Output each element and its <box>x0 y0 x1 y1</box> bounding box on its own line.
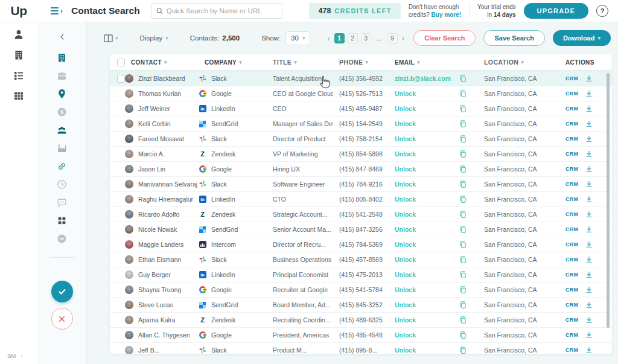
contact-name[interactable]: Allan C. Thygesen <box>138 331 190 339</box>
location-pin-filter-icon[interactable] <box>57 89 67 99</box>
contact-name[interactable]: Ethan Eismann <box>138 256 181 263</box>
page-button[interactable]: 2 <box>348 33 358 43</box>
table-row[interactable]: Jason LinGoogleHiring UX(415) 847-8469Un… <box>110 162 612 177</box>
table-row[interactable]: Jeff B...SlackProduct M...(415) 895-8...… <box>110 343 612 354</box>
column-header-title[interactable]: TITLE▾ <box>267 59 333 66</box>
copy-icon[interactable] <box>459 255 467 264</box>
copy-icon[interactable] <box>459 165 467 173</box>
person-icon[interactable] <box>13 29 24 40</box>
download-icon[interactable] <box>585 165 593 173</box>
download-icon[interactable] <box>585 331 593 339</box>
company-filter-icon[interactable] <box>57 53 67 63</box>
row-checkbox[interactable] <box>110 267 125 282</box>
quick-search-box[interactable] <box>151 3 282 19</box>
copy-icon[interactable] <box>459 150 467 158</box>
company-name[interactable]: Google <box>211 286 232 293</box>
vertical-scrollbar[interactable] <box>607 73 610 328</box>
crm-button[interactable]: CRM <box>565 121 578 127</box>
contact-email-link[interactable]: zinzi.b@slack.com <box>395 75 451 82</box>
crm-button[interactable]: CRM <box>565 75 578 81</box>
table-row[interactable]: Thomas KurianGoogleCEO at Google Cloud(4… <box>110 86 612 101</box>
row-checkbox[interactable] <box>110 207 125 222</box>
table-row[interactable]: Maggie LandersIntercomDirector of Recru.… <box>110 237 612 252</box>
contact-name[interactable]: Guy Berger <box>138 271 171 278</box>
upgrade-button[interactable]: UPGRADE <box>524 3 588 19</box>
revenue-filter-icon[interactable]: $ <box>57 107 67 117</box>
row-checkbox[interactable] <box>110 283 125 297</box>
crm-button[interactable]: CRM <box>565 241 578 247</box>
contact-name[interactable]: Fareed Mosavat <box>138 135 184 142</box>
sidebar-menu-toggle[interactable]: › <box>51 7 63 15</box>
contact-name[interactable]: Manivannan Selvaraj <box>138 180 197 188</box>
table-row[interactable]: Ricardo AdolfoZZendeskStrategic Account.… <box>110 207 612 222</box>
clear-filters-button[interactable] <box>51 308 73 330</box>
download-icon[interactable] <box>585 316 593 324</box>
unlock-email-button[interactable]: Unlock <box>395 180 416 188</box>
help-icon[interactable]: ? <box>596 5 608 17</box>
copy-icon[interactable] <box>459 316 467 324</box>
company-name[interactable]: Slack <box>211 75 227 82</box>
contact-name[interactable]: Ricardo Adolfo <box>138 211 179 218</box>
unlock-email-button[interactable]: Unlock <box>395 331 416 339</box>
crm-button[interactable]: CRM <box>565 272 578 278</box>
table-row[interactable]: Zinzi BlackbeardSlackTalent Acquisition(… <box>110 71 612 86</box>
contact-name[interactable]: Aparna Kalra <box>138 316 175 324</box>
unlock-email-button[interactable]: Unlock <box>395 135 416 142</box>
link-filter-icon[interactable] <box>57 161 67 171</box>
company-name[interactable]: LinkedIn <box>211 196 235 203</box>
copy-icon[interactable] <box>459 301 467 309</box>
crm-button[interactable]: CRM <box>565 211 578 217</box>
contact-name[interactable]: Raghu Hiremagalur <box>138 196 193 203</box>
crm-button[interactable]: CRM <box>565 166 578 172</box>
unlock-email-button[interactable]: Unlock <box>395 256 416 263</box>
company-name[interactable]: SendGrid <box>211 120 238 127</box>
unlock-email-button[interactable]: Unlock <box>395 105 416 112</box>
apps-filter-icon[interactable] <box>57 216 67 226</box>
unlock-email-button[interactable]: Unlock <box>395 241 416 248</box>
company-name[interactable]: Zendesk <box>211 316 235 324</box>
table-row[interactable]: Fareed MosavatSlackDirector of Product(4… <box>110 132 612 147</box>
copy-icon[interactable] <box>459 331 467 339</box>
crm-button[interactable]: CRM <box>565 302 578 308</box>
table-row[interactable]: Guy BergerinLinkedInPrincipal Economist(… <box>110 267 612 283</box>
company-name[interactable]: LinkedIn <box>211 105 235 112</box>
copy-icon[interactable] <box>459 225 467 234</box>
copy-icon[interactable] <box>459 74 467 83</box>
crm-button[interactable]: CRM <box>565 91 578 97</box>
download-icon[interactable] <box>585 226 593 233</box>
contact-name[interactable]: Thomas Kurian <box>138 90 181 97</box>
list-view-icon[interactable] <box>13 70 24 81</box>
row-checkbox[interactable] <box>110 117 125 131</box>
download-icon[interactable] <box>585 105 593 112</box>
crm-button[interactable]: CRM <box>565 332 578 338</box>
unlock-email-button[interactable]: Unlock <box>395 346 416 354</box>
row-checkbox[interactable] <box>110 101 125 116</box>
row-checkbox[interactable] <box>110 177 125 191</box>
collapse-rail-button[interactable] <box>58 33 66 42</box>
contact-name[interactable]: Steve Lucas <box>138 301 173 308</box>
row-checkbox[interactable] <box>110 147 125 161</box>
download-icon[interactable] <box>585 135 593 142</box>
crm-button[interactable]: CRM <box>565 151 578 157</box>
company-name[interactable]: LinkedIn <box>211 271 235 278</box>
table-row[interactable]: Raghu HiremagalurinLinkedInCTO(415) 805-… <box>110 192 612 207</box>
copy-icon[interactable] <box>459 195 467 203</box>
unlock-email-button[interactable]: Unlock <box>395 120 416 127</box>
row-checkbox[interactable] <box>110 343 125 354</box>
company-name[interactable]: Slack <box>211 256 227 263</box>
copy-icon[interactable] <box>459 210 467 219</box>
copy-icon[interactable] <box>459 89 467 98</box>
contact-name[interactable]: Marcio A. <box>138 150 165 158</box>
copy-icon[interactable] <box>459 286 467 294</box>
download-icon[interactable] <box>585 75 593 82</box>
row-checkbox[interactable] <box>110 313 125 327</box>
crm-button[interactable]: CRM <box>565 287 578 293</box>
buy-more-link[interactable]: Buy more! <box>432 11 461 18</box>
column-header-email[interactable]: EMAIL▾ <box>389 59 478 66</box>
contact-name[interactable]: Kelli Corbin <box>138 120 171 127</box>
page-button[interactable]: 3 <box>361 33 371 43</box>
unlock-email-button[interactable]: Unlock <box>395 301 416 308</box>
unlock-email-button[interactable]: Unlock <box>395 286 416 293</box>
time-filter-icon[interactable] <box>57 179 67 190</box>
company-name[interactable]: Zendesk <box>211 211 235 218</box>
